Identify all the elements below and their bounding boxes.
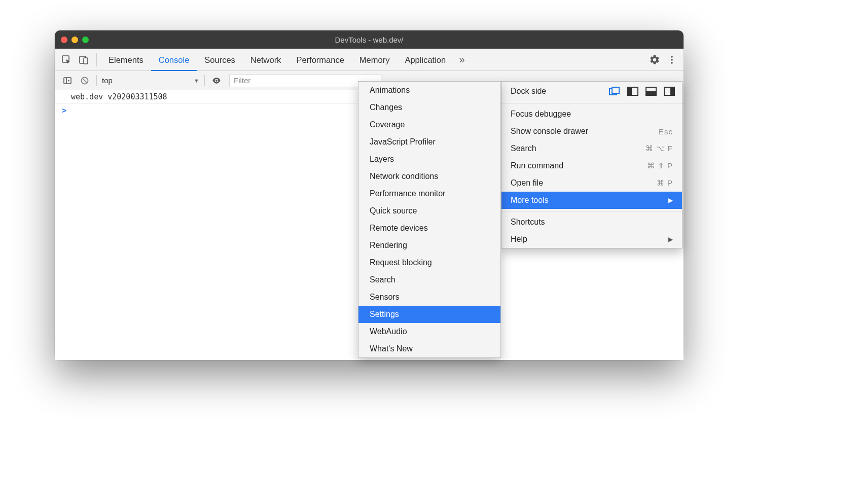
sidebar-toggle-icon[interactable] <box>60 73 75 88</box>
svg-point-3 <box>671 56 673 58</box>
menu-label: Search <box>511 144 536 153</box>
inspect-element-icon[interactable] <box>59 52 74 67</box>
svg-rect-15 <box>671 87 674 95</box>
submenu-label: Quick source <box>370 206 417 215</box>
dock-left-icon[interactable] <box>627 87 638 96</box>
tab-memory[interactable]: Memory <box>352 49 398 71</box>
context-selector[interactable]: top ▼ <box>100 74 201 88</box>
devtools-window: DevTools - web.dev/ Elements Console Sou… <box>55 30 684 360</box>
divider <box>501 103 682 103</box>
submenu-label: Coverage <box>370 120 405 129</box>
clear-console-icon[interactable] <box>77 73 92 88</box>
tab-performance[interactable]: Performance <box>289 49 351 71</box>
more-tools-submenu: AnimationsChangesCoverageJavaScript Prof… <box>358 81 501 358</box>
submenu-label: JavaScript Profiler <box>370 137 436 147</box>
submenu-label: WebAudio <box>370 327 407 336</box>
menu-shortcut: ⌘ ⌥ F <box>645 144 673 153</box>
submenu-label: Remote devices <box>370 224 428 233</box>
submenu-item[interactable]: Rendering <box>358 237 500 254</box>
menu-label: Run command <box>511 161 563 170</box>
device-toolbar-icon[interactable] <box>76 52 91 67</box>
menu-item-shortcuts[interactable]: Shortcuts <box>501 213 682 231</box>
menu-label: Shortcuts <box>511 218 545 227</box>
submenu-item[interactable]: Coverage <box>358 116 500 133</box>
svg-rect-13 <box>646 92 656 95</box>
svg-rect-2 <box>84 58 88 64</box>
submenu-item[interactable]: Network conditions <box>358 168 500 185</box>
submenu-item[interactable]: Animations <box>358 82 500 99</box>
titlebar: DevTools - web.dev/ <box>55 30 684 49</box>
menu-shortcut: ⌘ P <box>657 178 673 188</box>
svg-point-5 <box>671 62 673 64</box>
submenu-item[interactable]: JavaScript Profiler <box>358 133 500 151</box>
svg-rect-9 <box>612 87 619 93</box>
dock-undock-icon[interactable] <box>609 87 620 96</box>
panel-tabs: Elements Console Sources Network Perform… <box>55 49 684 71</box>
submenu-label: What's New <box>370 344 413 353</box>
submenu-item[interactable]: What's New <box>358 340 500 357</box>
caret-down-icon: ▼ <box>194 78 199 84</box>
prompt-caret: > <box>62 106 66 115</box>
dock-right-icon[interactable] <box>664 87 675 96</box>
filter-placeholder: Filter <box>234 76 250 85</box>
svg-point-4 <box>671 59 673 61</box>
menu-item-more-tools[interactable]: More tools ▶ <box>501 192 682 209</box>
menu-label: Show console drawer <box>511 127 588 136</box>
submenu-label: Changes <box>370 103 402 112</box>
main-menu: Dock side Focus debuggee S <box>501 81 683 248</box>
svg-rect-11 <box>628 87 631 95</box>
menu-label: Help <box>511 235 527 244</box>
submenu-item[interactable]: Request blocking <box>358 254 500 271</box>
tab-console[interactable]: Console <box>151 49 197 71</box>
submenu-label: Layers <box>370 155 394 164</box>
submenu-item[interactable]: Remote devices <box>358 220 500 237</box>
settings-gear-icon[interactable] <box>647 52 662 67</box>
menu-label: Focus debuggee <box>511 110 571 119</box>
menu-shortcut: ⌘ ⇧ P <box>647 161 673 170</box>
dock-side-label: Dock side <box>511 87 546 96</box>
tab-elements[interactable]: Elements <box>101 49 151 71</box>
menu-item-show-console-drawer[interactable]: Show console drawer Esc <box>501 123 682 140</box>
divider <box>501 211 682 211</box>
submenu-label: Rendering <box>370 241 407 250</box>
menu-label: More tools <box>511 196 549 205</box>
dock-bottom-icon[interactable] <box>645 87 657 96</box>
submenu-item[interactable]: Search <box>358 271 500 289</box>
tab-sources[interactable]: Sources <box>197 49 243 71</box>
menu-shortcut: Esc <box>659 127 673 136</box>
submenu-label: Sensors <box>370 293 400 302</box>
menu-label: Open file <box>511 178 543 188</box>
submenu-label: Network conditions <box>370 172 438 181</box>
menu-item-run-command[interactable]: Run command ⌘ ⇧ P <box>501 157 682 174</box>
menu-item-open-file[interactable]: Open file ⌘ P <box>501 174 682 192</box>
submenu-label: Performance monitor <box>370 189 445 198</box>
menu-item-search[interactable]: Search ⌘ ⌥ F <box>501 140 682 157</box>
live-expression-icon[interactable] <box>209 73 224 88</box>
svg-rect-6 <box>64 78 71 84</box>
submenu-arrow-icon: ▶ <box>668 236 673 243</box>
more-tabs-icon[interactable]: » <box>454 52 470 67</box>
divider <box>96 75 97 86</box>
tab-network[interactable]: Network <box>243 49 289 71</box>
submenu-label: Search <box>370 275 396 284</box>
kebab-menu-icon[interactable] <box>664 52 679 67</box>
submenu-item[interactable]: Settings <box>358 306 500 323</box>
context-label: top <box>102 76 113 85</box>
window-title: DevTools - web.dev/ <box>55 35 684 44</box>
divider <box>96 53 97 66</box>
submenu-label: Animations <box>370 86 410 95</box>
tab-application[interactable]: Application <box>397 49 453 71</box>
submenu-item[interactable]: Layers <box>358 151 500 168</box>
submenu-item[interactable]: WebAudio <box>358 323 500 340</box>
submenu-item[interactable]: Performance monitor <box>358 185 500 202</box>
submenu-label: Request blocking <box>370 258 432 267</box>
menu-item-focus-debuggee[interactable]: Focus debuggee <box>501 105 682 123</box>
submenu-item[interactable]: Changes <box>358 99 500 116</box>
submenu-label: Settings <box>370 310 399 319</box>
submenu-arrow-icon: ▶ <box>668 197 673 204</box>
submenu-item[interactable]: Sensors <box>358 289 500 306</box>
menu-item-help[interactable]: Help ▶ <box>501 231 682 248</box>
submenu-item[interactable]: Quick source <box>358 202 500 220</box>
dock-side-row: Dock side <box>501 82 682 101</box>
divider <box>204 75 205 86</box>
